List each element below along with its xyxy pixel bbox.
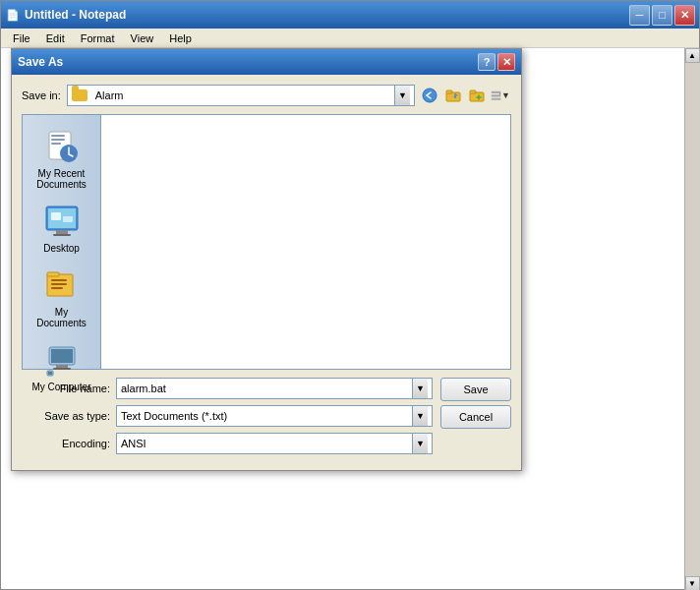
desktop-icon bbox=[42, 202, 82, 241]
svg-point-0 bbox=[423, 88, 437, 102]
svg-rect-25 bbox=[51, 349, 73, 363]
filename-input[interactable]: alarm.bat ▼ bbox=[116, 378, 433, 399]
encoding-value: ANSI bbox=[121, 438, 412, 449]
save-in-value: Alarm bbox=[95, 89, 394, 101]
my-computer-icon bbox=[42, 340, 82, 380]
action-buttons: Save Cancel bbox=[440, 378, 511, 460]
svg-rect-15 bbox=[56, 230, 68, 234]
svg-rect-5 bbox=[492, 91, 501, 93]
svg-rect-18 bbox=[63, 216, 73, 222]
menu-help[interactable]: Help bbox=[161, 30, 200, 46]
svg-rect-22 bbox=[51, 283, 67, 285]
minimize-button[interactable]: ─ bbox=[629, 5, 650, 26]
svg-rect-29 bbox=[48, 372, 52, 375]
notepad-window: 📄 Untitled - Notepad ─ □ ✕ File Edit For… bbox=[0, 0, 700, 590]
svg-rect-11 bbox=[51, 143, 61, 145]
svg-rect-26 bbox=[56, 365, 68, 368]
menu-edit[interactable]: Edit bbox=[38, 30, 73, 46]
savetype-row: Save as type: Text Documents (*.txt) ▼ bbox=[22, 405, 440, 427]
svg-rect-21 bbox=[51, 279, 67, 281]
svg-rect-27 bbox=[53, 368, 71, 370]
save-in-row: Save in: Alarm ▼ bbox=[22, 85, 511, 106]
svg-rect-6 bbox=[492, 94, 501, 96]
maximize-button[interactable]: □ bbox=[652, 5, 672, 26]
save-in-arrow[interactable]: ▼ bbox=[394, 86, 410, 105]
my-documents-icon bbox=[42, 266, 82, 305]
svg-rect-20 bbox=[47, 272, 59, 276]
window-title: Untitled - Notepad bbox=[25, 8, 627, 22]
cancel-button[interactable]: Cancel bbox=[440, 405, 511, 429]
scroll-track bbox=[685, 63, 700, 576]
encoding-dropdown[interactable]: ANSI ▼ bbox=[116, 433, 433, 454]
window-close-button[interactable]: ✕ bbox=[674, 5, 695, 26]
my-documents-label: My Documents bbox=[32, 307, 91, 328]
filename-value: alarm.bat bbox=[121, 383, 412, 394]
encoding-row: Encoding: ANSI ▼ bbox=[22, 433, 440, 454]
sidebar-item-mydocs[interactable]: My Documents bbox=[27, 262, 97, 332]
svg-rect-4 bbox=[470, 90, 476, 93]
sidebar-item-desktop[interactable]: Desktop bbox=[27, 198, 97, 258]
scroll-up-button[interactable]: ▲ bbox=[685, 48, 700, 63]
toolbar-icons: ▼ bbox=[419, 85, 511, 106]
save-in-dropdown[interactable]: Alarm ▼ bbox=[67, 85, 415, 106]
form-area: File name: alarm.bat ▼ Save as type: Tex… bbox=[22, 378, 511, 460]
svg-rect-16 bbox=[53, 234, 71, 236]
filename-label: File name: bbox=[22, 383, 110, 394]
dialog-content: Save in: Alarm ▼ bbox=[12, 75, 521, 470]
sidebar-item-recent[interactable]: My Recent Documents bbox=[27, 123, 97, 194]
form-fields: File name: alarm.bat ▼ Save as type: Tex… bbox=[22, 378, 440, 460]
menu-bar: File Edit Format View Help bbox=[1, 29, 699, 48]
dialog-title-bar: Save As ? ✕ bbox=[12, 49, 521, 75]
recent-docs-label: My Recent Documents bbox=[32, 168, 91, 190]
folder-icon bbox=[72, 89, 88, 101]
savetype-label: Save as type: bbox=[22, 410, 110, 422]
scrollbar[interactable]: ▲ ▼ bbox=[684, 48, 699, 590]
menu-file[interactable]: File bbox=[5, 30, 38, 46]
title-bar: 📄 Untitled - Notepad ─ □ ✕ bbox=[1, 1, 699, 29]
savetype-dropdown[interactable]: Text Documents (*.txt) ▼ bbox=[116, 405, 433, 427]
new-folder-button[interactable] bbox=[466, 85, 488, 106]
dialog-close-button[interactable]: ✕ bbox=[497, 53, 515, 71]
encoding-label: Encoding: bbox=[22, 438, 110, 449]
svg-rect-9 bbox=[51, 135, 65, 137]
recent-docs-icon bbox=[42, 127, 82, 166]
save-in-label: Save in: bbox=[22, 89, 61, 101]
left-panel: My Recent Documents bbox=[22, 114, 100, 370]
svg-rect-10 bbox=[51, 139, 65, 141]
menu-format[interactable]: Format bbox=[73, 30, 123, 46]
file-browser[interactable] bbox=[100, 114, 511, 370]
dialog-help-button[interactable]: ? bbox=[478, 53, 496, 71]
main-browse-area: My Recent Documents bbox=[22, 114, 511, 370]
save-as-dialog: Save As ? ✕ Save in: Alarm ▼ bbox=[11, 48, 522, 471]
scroll-down-button[interactable]: ▼ bbox=[685, 576, 700, 590]
savetype-value: Text Documents (*.txt) bbox=[121, 410, 412, 422]
svg-rect-7 bbox=[492, 98, 501, 100]
filename-row: File name: alarm.bat ▼ bbox=[22, 378, 440, 399]
filename-arrow[interactable]: ▼ bbox=[412, 379, 428, 398]
back-button[interactable] bbox=[419, 85, 440, 106]
desktop-label: Desktop bbox=[43, 243, 80, 254]
svg-rect-23 bbox=[51, 287, 63, 289]
encoding-arrow[interactable]: ▼ bbox=[412, 434, 428, 453]
menu-view[interactable]: View bbox=[123, 30, 162, 46]
up-folder-button[interactable] bbox=[442, 85, 464, 106]
notepad-icon: 📄 bbox=[5, 7, 21, 23]
save-button[interactable]: Save bbox=[440, 378, 511, 401]
view-menu-button[interactable]: ▼ bbox=[490, 85, 511, 106]
savetype-arrow[interactable]: ▼ bbox=[412, 406, 428, 426]
svg-rect-2 bbox=[446, 90, 452, 93]
svg-rect-17 bbox=[51, 212, 61, 220]
dialog-title: Save As bbox=[18, 55, 476, 69]
